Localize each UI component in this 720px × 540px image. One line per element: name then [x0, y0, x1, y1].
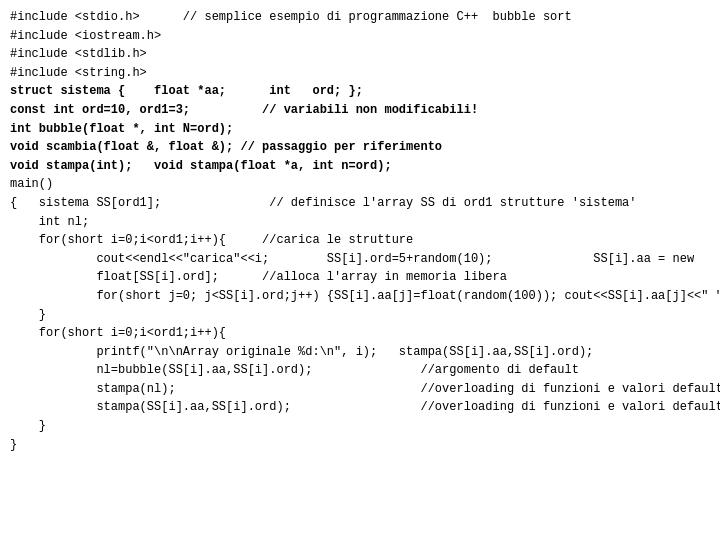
code-content: #include <stdio.h> // semplice esempio d…: [10, 8, 710, 454]
code-line-4: #include <string.h>: [10, 64, 710, 83]
code-line-14: cout<<endl<<"carica"<<i; SS[i].ord=5+ran…: [10, 250, 710, 269]
code-line-20: nl=bubble(SS[i].aa,SS[i].ord); //argomen…: [10, 361, 710, 380]
code-line-3: #include <stdlib.h>: [10, 45, 710, 64]
code-line-5: struct sistema { float *aa; int ord; };: [10, 82, 710, 101]
code-line-6: const int ord=10, ord1=3; // variabili n…: [10, 101, 710, 120]
code-editor: #include <stdio.h> // semplice esempio d…: [0, 0, 720, 540]
code-line-16: for(short j=0; j<SS[i].ord;j++) {SS[i].a…: [10, 287, 710, 306]
code-line-1: #include <stdio.h> // semplice esempio d…: [10, 8, 710, 27]
code-line-18: for(short i=0;i<ord1;i++){: [10, 324, 710, 343]
code-line-8: void scambia(float &, float &); // passa…: [10, 138, 710, 157]
code-line-7: int bubble(float *, int N=ord);: [10, 120, 710, 139]
code-line-2: #include <iostream.h>: [10, 27, 710, 46]
code-line-24: }: [10, 436, 710, 455]
code-line-9: void stampa(int); void stampa(float *a, …: [10, 157, 710, 176]
code-line-23: }: [10, 417, 710, 436]
code-line-21: stampa(nl); //overloading di funzioni e …: [10, 380, 710, 399]
code-line-12: int nl;: [10, 213, 710, 232]
code-line-13: for(short i=0;i<ord1;i++){ //carica le s…: [10, 231, 710, 250]
code-line-15: float[SS[i].ord]; //alloca l'array in me…: [10, 268, 710, 287]
code-line-22: stampa(SS[i].aa,SS[i].ord); //overloadin…: [10, 398, 710, 417]
code-line-19: printf("\n\nArray originale %d:\n", i); …: [10, 343, 710, 362]
code-line-11: { sistema SS[ord1]; // definisce l'array…: [10, 194, 710, 213]
code-line-10: main(): [10, 175, 710, 194]
code-line-17: }: [10, 306, 710, 325]
